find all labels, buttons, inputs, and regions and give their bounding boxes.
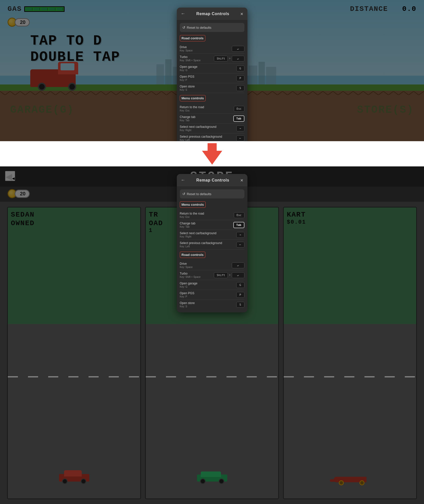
bottom-modal: ← Remap Controls × ↺ Reset to defaults M… bbox=[177, 174, 247, 312]
b-control-name-prev: Select previous car/background bbox=[180, 241, 236, 245]
control-info-return: Return to the road Key: Esc bbox=[180, 105, 234, 112]
b-control-row-drive: Drive Key: Space ↵ bbox=[180, 260, 244, 270]
b-control-row-next: Select next car/background Key: Right → bbox=[180, 230, 244, 240]
control-row-return: Return to the road Key: Esc Esc bbox=[180, 104, 244, 114]
b-control-info-next: Select next car/background Key: Right bbox=[180, 231, 236, 238]
b-control-row-turbo: Turbo Key: Shift + Space Shift + ↵ bbox=[180, 270, 244, 280]
b-control-name-store: Open store bbox=[180, 301, 236, 305]
control-info-drive: Drive Key: Space bbox=[180, 45, 232, 52]
b-control-info-store: Open store Key: S bbox=[180, 301, 236, 308]
control-name-next: Select next car/background bbox=[180, 125, 236, 129]
control-name-changetab: Change tab bbox=[180, 115, 233, 119]
top-modal-body: ↺ Reset to defaults Road controls Drive … bbox=[177, 20, 247, 141]
key-badge-s[interactable]: S bbox=[236, 85, 244, 91]
b-key-badge-shift[interactable]: Shift bbox=[214, 272, 228, 278]
control-row-turbo: Turbo Key: Shift + Space Shift + ↵ bbox=[180, 54, 244, 64]
control-row-store: Open store Key: S S bbox=[180, 83, 244, 93]
arrow-section bbox=[0, 141, 424, 166]
b-control-row-changetab: Change tab Key: Tab Tab bbox=[180, 220, 244, 230]
control-name-prev: Select previous car/background bbox=[180, 135, 236, 138]
top-modal-close-button[interactable]: × bbox=[240, 11, 243, 16]
control-hint-return: Key: Esc bbox=[180, 109, 234, 112]
key-badge-drive[interactable]: ↵ bbox=[232, 46, 244, 52]
top-section2-label: Menu controls bbox=[180, 95, 206, 101]
key-badge-esc[interactable]: Esc bbox=[234, 106, 244, 112]
bottom-modal-back-button[interactable]: ← bbox=[181, 177, 185, 183]
b-control-info-prev: Select previous car/background Key: Left bbox=[180, 241, 236, 248]
control-row-prev: Select previous car/background Key: Left… bbox=[180, 133, 244, 141]
bottom-modal-reset-button[interactable]: ↺ Reset to defaults bbox=[180, 189, 244, 198]
bottom-reset-icon: ↺ bbox=[182, 192, 185, 196]
control-hint-next: Key: Right bbox=[180, 129, 236, 132]
control-info-changetab: Change tab Key: Tab bbox=[180, 115, 233, 122]
b-key-badge-p[interactable]: P bbox=[236, 292, 244, 298]
key-badge-space[interactable]: ↵ bbox=[232, 56, 244, 62]
top-modal-overlay: ← Remap Controls × ↺ Reset to defaults R… bbox=[0, 0, 424, 141]
key-badge-g[interactable]: G bbox=[236, 66, 244, 71]
control-row-drive: Drive Key: Space ↵ bbox=[180, 44, 244, 54]
b-control-hint-prev: Key: Left bbox=[180, 245, 236, 248]
b-key-badge-right[interactable]: → bbox=[236, 232, 244, 238]
top-modal-back-button[interactable]: ← bbox=[181, 11, 185, 16]
control-hint-pgs: Key: P bbox=[180, 79, 236, 81]
key-badge-right[interactable]: → bbox=[236, 126, 244, 131]
reset-icon: ↺ bbox=[182, 25, 185, 29]
control-info-pgs: Open PGS Key: P bbox=[180, 75, 236, 81]
key-badge-left[interactable]: ← bbox=[236, 135, 244, 141]
control-name-drive: Drive bbox=[180, 45, 232, 49]
b-control-row-pgs: Open PGS Key: P P bbox=[180, 290, 244, 300]
control-hint-garage: Key: G bbox=[180, 69, 236, 72]
b-control-info-garage: Open garage Key: G bbox=[180, 282, 236, 288]
b-control-hint-pgs: Key: P bbox=[180, 295, 236, 298]
b-control-hint-next: Key: Right bbox=[180, 235, 236, 238]
b-key-combo-turbo: Shift + ↵ bbox=[214, 272, 244, 278]
b-key-badge-s[interactable]: S bbox=[236, 302, 244, 308]
b-section-spacer bbox=[180, 250, 244, 252]
top-modal-title: Remap Controls bbox=[196, 12, 229, 16]
control-name-turbo: Turbo bbox=[180, 55, 214, 59]
b-key-badge-left[interactable]: ← bbox=[236, 242, 244, 248]
b-key-badge-esc[interactable]: Esc bbox=[234, 212, 244, 218]
control-info-turbo: Turbo Key: Shift + Space bbox=[180, 55, 214, 62]
control-hint-drive: Key: Space bbox=[180, 49, 232, 52]
b-control-name-return: Return to the road bbox=[180, 212, 234, 215]
b-key-badge-space[interactable]: ↵ bbox=[232, 272, 244, 278]
b-control-row-store: Open store Key: S S bbox=[180, 300, 244, 309]
control-info-store: Open store Key: S bbox=[180, 85, 236, 91]
b-control-hint-store: Key: S bbox=[180, 305, 236, 308]
control-name-pgs: Open PGS bbox=[180, 75, 236, 78]
top-modal-header: ← Remap Controls × bbox=[177, 8, 247, 20]
b-control-row-return: Return to the road Key: Esc Esc bbox=[180, 210, 244, 220]
plus-sign: + bbox=[229, 57, 231, 60]
b-control-name-next: Select next car/background bbox=[180, 231, 236, 235]
bottom-modal-header: ← Remap Controls × bbox=[177, 174, 247, 186]
b-control-name-garage: Open garage bbox=[180, 282, 236, 285]
b-control-hint-turbo: Key: Shift + Space bbox=[180, 276, 214, 278]
control-hint-turbo: Key: Shift + Space bbox=[180, 59, 214, 62]
top-modal-reset-button[interactable]: ↺ Reset to defaults bbox=[180, 23, 244, 32]
b-control-name-turbo: Turbo bbox=[180, 272, 214, 275]
b-control-row-prev: Select previous car/background Key: Left… bbox=[180, 240, 244, 250]
key-badge-p[interactable]: P bbox=[236, 75, 244, 81]
control-info-prev: Select previous car/background Key: Left bbox=[180, 135, 236, 141]
b-key-badge-tab[interactable]: Tab bbox=[233, 222, 244, 228]
key-combo-turbo: Shift + ↵ bbox=[214, 56, 244, 62]
bottom-modal-body: ↺ Reset to defaults Menu controls Return… bbox=[177, 186, 247, 312]
b-control-name-pgs: Open PGS bbox=[180, 291, 236, 295]
key-badge-shift[interactable]: Shift bbox=[214, 56, 228, 62]
control-name-return: Return to the road bbox=[180, 105, 234, 109]
b-control-name-changetab: Change tab bbox=[180, 222, 233, 225]
control-row-garage: Open garage Key: G G bbox=[180, 64, 244, 73]
control-hint-changetab: Key: Tab bbox=[180, 119, 233, 122]
top-scene: GAS DISTANCE 0.0 20 TAP TO D DOUBLE TAP … bbox=[0, 0, 424, 141]
bottom-section2-label: Road controls bbox=[180, 252, 205, 258]
bottom-modal-close-button[interactable]: × bbox=[240, 178, 243, 183]
b-plus-sign: + bbox=[229, 273, 231, 277]
control-info-next: Select next car/background Key: Right bbox=[180, 125, 236, 132]
b-control-hint-return: Key: Esc bbox=[180, 216, 234, 218]
top-modal: ← Remap Controls × ↺ Reset to defaults R… bbox=[177, 8, 247, 141]
b-key-badge-g[interactable]: G bbox=[236, 282, 244, 288]
b-key-badge-drive[interactable]: ↵ bbox=[232, 262, 244, 268]
b-control-info-changetab: Change tab Key: Tab bbox=[180, 222, 233, 228]
key-badge-tab[interactable]: Tab bbox=[233, 115, 244, 122]
